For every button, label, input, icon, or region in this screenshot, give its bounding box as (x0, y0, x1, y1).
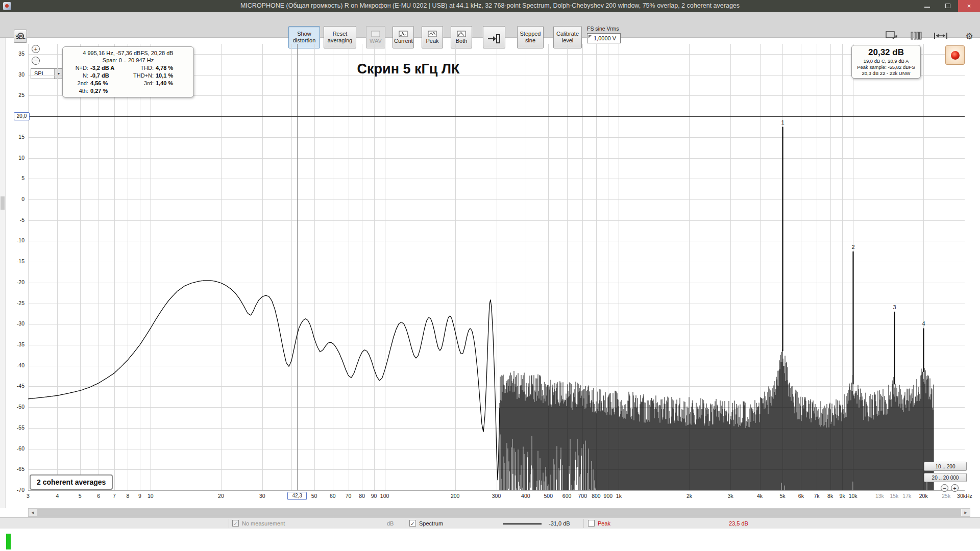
scroll-right-icon[interactable]: ▶ (962, 509, 970, 516)
status-bar: ✓ No measurement dB ✓ Spectrum -31,0 dB … (0, 517, 980, 529)
zoom-out-x-icon[interactable]: − (941, 484, 948, 492)
x-tick-10k: 10k (843, 493, 863, 499)
curve-display-icon (399, 31, 408, 37)
gear-icon[interactable]: ⚙ (962, 29, 977, 44)
nd-label: N+D: (67, 65, 90, 71)
y-tick--10: -10 (5, 237, 24, 243)
n-label: N: (67, 72, 90, 79)
minimize-button[interactable] (917, 0, 938, 12)
bars-icon (911, 31, 922, 40)
no-measurement-checkbox[interactable]: ✓ (232, 520, 239, 527)
y-tick-0: 0 (5, 196, 24, 202)
x-tick-50: 50 (304, 493, 325, 499)
signal-in-icon (487, 34, 501, 44)
peak-label: Peak (426, 38, 438, 44)
arrows-icon (934, 31, 947, 40)
x-tick-5: 5 (70, 493, 90, 499)
cursor-readout: 4 995,16 Hz, -57,36 dBFS, 20,28 dB (67, 50, 189, 56)
peak-hold-label: Peak (598, 520, 610, 527)
separator (405, 519, 405, 528)
x-tick-3: 3 (18, 493, 38, 499)
y-tick--20: -20 (5, 279, 24, 285)
wav-icon (371, 31, 380, 37)
y-tick-30: 30 (5, 71, 24, 78)
screenshot-icon[interactable] (884, 29, 899, 44)
y-tick-25: 25 (5, 92, 24, 98)
x-tick-30: 30 (252, 493, 273, 499)
y-tick--30: -30 (5, 320, 24, 327)
h3-value: 1,40 % (156, 80, 188, 86)
zoom-in-x-icon[interactable]: + (951, 484, 959, 492)
span-readout: Span: 0 .. 20 947 Hz (67, 57, 189, 63)
thd-value: 4,78 % (156, 65, 188, 71)
close-button[interactable]: × (958, 0, 980, 12)
x-tick-1k: 1k (608, 493, 629, 499)
x-tick-30kHz: 30kHz (954, 493, 975, 499)
spectrum-value: -31,0 dB (549, 520, 570, 527)
peak-label-2: 2 (851, 244, 854, 250)
peak-label-4: 4 (922, 320, 925, 327)
db-unit-label: dB (387, 520, 394, 527)
level-marker-label: 20,0 (14, 112, 30, 120)
horizontal-scrollbar[interactable]: ◀ ▶ (28, 508, 970, 517)
separator (583, 519, 584, 528)
record-icon (951, 51, 960, 60)
peak-hold-value: 23,5 dB (729, 520, 748, 527)
y-tick--5: -5 (5, 217, 24, 223)
record-button[interactable] (945, 45, 965, 65)
x-tick-2k: 2k (679, 493, 699, 499)
thd-info-panel: 4 995,16 Hz, -57,36 dBFS, 20,28 dB Span:… (62, 46, 194, 97)
spectrum-plot-area[interactable]: 1234 (28, 44, 965, 495)
window-title: MICROPHONE (Общая громкость) R on Микроф… (0, 2, 980, 9)
hscroll-thumb[interactable] (37, 509, 961, 516)
y-tick--65: -65 (5, 466, 24, 472)
bottom-strip (0, 529, 980, 551)
x-tick-300: 300 (486, 493, 507, 499)
thd-label: THD: (127, 65, 156, 71)
peak-sample-value: Peak sample: -55,82 dBFS (854, 64, 918, 70)
h4-value: 0,27 % (90, 88, 127, 94)
level-bandwidth-value: 20,3 dB 22 - 22k UNW (854, 70, 918, 76)
x-tick-4k: 4k (750, 493, 770, 499)
title-bar: MICROPHONE (Общая громкость) R on Микроф… (0, 0, 980, 12)
peak-checkbox[interactable]: ✓ (588, 520, 595, 527)
vscroll-thumb[interactable] (1, 196, 5, 210)
vertical-scrollbar[interactable] (0, 38, 6, 508)
level-meter-bar (6, 534, 11, 549)
y-tick-35: 35 (5, 51, 24, 57)
x-tick-20k: 20k (913, 493, 934, 499)
noise-floor (500, 349, 934, 490)
wav-label: WAV (370, 38, 382, 44)
check-icon: ✓ (410, 521, 414, 527)
thdn-label: THD+N: (127, 72, 156, 79)
fit-width-icon[interactable] (933, 29, 948, 44)
y-tick-15: 15 (5, 134, 24, 140)
x-tick-500: 500 (538, 493, 558, 499)
range-20-20000-button[interactable]: 20 .. 20 000 (924, 473, 967, 482)
maximize-icon (945, 4, 950, 8)
columns-icon[interactable] (909, 29, 924, 44)
h2-label: 2nd: (67, 80, 90, 86)
x-tick-3k: 3k (720, 493, 741, 499)
current-label: Current (394, 38, 413, 44)
x-tick-200: 200 (445, 493, 465, 499)
x-tick-5k: 5k (772, 493, 793, 499)
minimize-icon (924, 7, 930, 8)
y-tick--70: -70 (5, 487, 24, 493)
spectrum-checkbox[interactable]: ✓ (409, 520, 416, 527)
y-tick-5: 5 (5, 175, 24, 181)
scroll-left-icon[interactable]: ◀ (29, 509, 37, 516)
fs-sine-label: FS sine Vrms (587, 26, 619, 32)
n-value: -0,7 dB (90, 72, 127, 79)
check-icon: ✓ (233, 521, 237, 527)
y-tick--25: -25 (5, 300, 24, 306)
toolbar: Show distortion Reset averaging WAV Curr… (0, 12, 980, 38)
spectrum-svg: 1234 (28, 44, 965, 495)
fs-sine-input[interactable] (587, 33, 621, 43)
y-tick--15: -15 (5, 258, 24, 264)
y-tick--35: -35 (5, 341, 24, 347)
maximize-button[interactable] (938, 0, 958, 12)
level-main-value: 20,32 dB (854, 47, 918, 58)
level-weighted-values: 19,0 dB C, 20,9 dB A (854, 58, 918, 64)
range-10-200-button[interactable]: 10 .. 200 (924, 462, 967, 471)
